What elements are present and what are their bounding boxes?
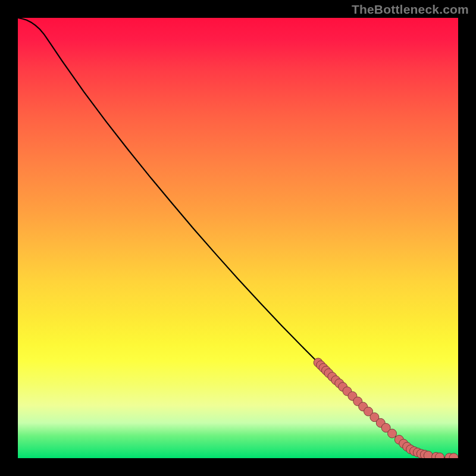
data-point: [388, 429, 397, 438]
watermark-text: TheBottleneck.com: [352, 2, 469, 17]
data-point: [424, 451, 433, 458]
main-curve: [18, 18, 458, 458]
chart-svg-layer: [18, 18, 458, 458]
data-points-group: [314, 358, 458, 458]
chart-frame: TheBottleneck.com: [0, 0, 476, 476]
